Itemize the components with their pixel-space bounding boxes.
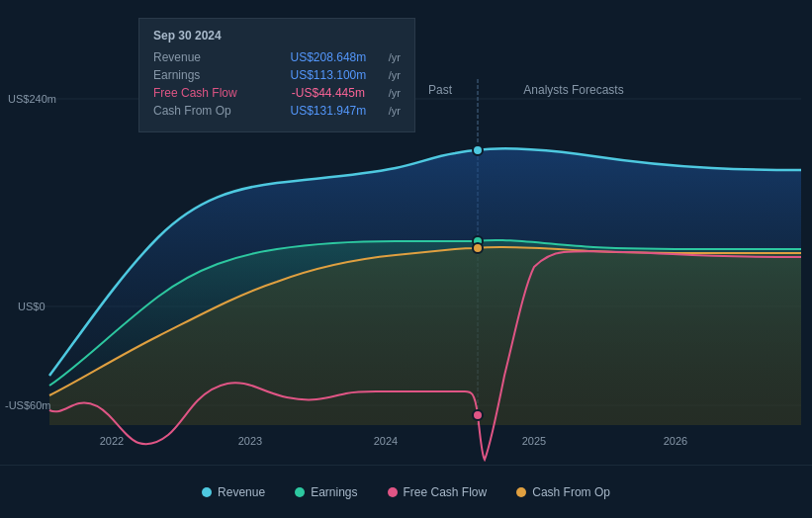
- tooltip-row-earnings: Earnings US$113.100m /yr: [153, 68, 401, 82]
- legend-earnings: Earnings: [295, 485, 357, 499]
- tooltip-label-earnings: Earnings: [153, 68, 262, 82]
- legend-dot-cashop: [516, 487, 526, 497]
- tooltip-title: Sep 30 2024: [153, 29, 401, 43]
- tooltip-unit-earnings: /yr: [389, 69, 401, 81]
- svg-text:Past: Past: [428, 83, 453, 97]
- tooltip-value-cashop: US$131.947m: [291, 104, 367, 118]
- tooltip-row-revenue: Revenue US$208.648m /yr: [153, 50, 401, 64]
- svg-text:Analysts Forecasts: Analysts Forecasts: [523, 83, 623, 97]
- legend-dot-earnings: [295, 487, 305, 497]
- tooltip-label-fcf: Free Cash Flow: [153, 86, 262, 100]
- svg-text:US$0: US$0: [18, 301, 45, 312]
- svg-text:2024: 2024: [374, 435, 398, 447]
- svg-text:2023: 2023: [238, 435, 262, 447]
- legend-label-revenue: Revenue: [218, 485, 265, 499]
- svg-text:US$240m: US$240m: [8, 93, 56, 105]
- svg-point-6: [473, 243, 483, 253]
- tooltip-label-revenue: Revenue: [153, 50, 262, 64]
- tooltip-value-earnings: US$113.100m: [291, 68, 367, 82]
- tooltip-unit-fcf: /yr: [389, 87, 401, 99]
- tooltip: Sep 30 2024 Revenue US$208.648m /yr Earn…: [138, 18, 415, 132]
- svg-point-4: [473, 145, 483, 155]
- tooltip-row-fcf: Free Cash Flow -US$44.445m /yr: [153, 86, 401, 100]
- legend-dot-revenue: [202, 487, 212, 497]
- legend-label-cashop: Cash From Op: [532, 485, 610, 499]
- legend-label-earnings: Earnings: [311, 485, 357, 499]
- tooltip-value-fcf: -US$44.445m: [292, 86, 365, 100]
- legend-label-fcf: Free Cash Flow: [404, 485, 488, 499]
- tooltip-row-cashop: Cash From Op US$131.947m /yr: [153, 104, 401, 118]
- svg-text:2022: 2022: [100, 435, 124, 447]
- tooltip-unit-revenue: /yr: [389, 51, 401, 63]
- chart-container: Past Analysts Forecasts US$240m US$0 -US…: [0, 0, 812, 518]
- tooltip-label-cashop: Cash From Op: [153, 104, 262, 118]
- tooltip-value-revenue: US$208.648m: [291, 50, 367, 64]
- svg-point-7: [473, 410, 483, 420]
- legend-cashop: Cash From Op: [516, 485, 610, 499]
- legend-fcf: Free Cash Flow: [388, 485, 488, 499]
- svg-text:2026: 2026: [664, 435, 687, 447]
- legend-dot-fcf: [388, 487, 398, 497]
- svg-text:2025: 2025: [522, 435, 546, 447]
- svg-text:-US$60m: -US$60m: [5, 399, 50, 411]
- tooltip-unit-cashop: /yr: [389, 105, 401, 117]
- legend-bar: Revenue Earnings Free Cash Flow Cash Fro…: [0, 465, 812, 518]
- legend-revenue: Revenue: [202, 485, 265, 499]
